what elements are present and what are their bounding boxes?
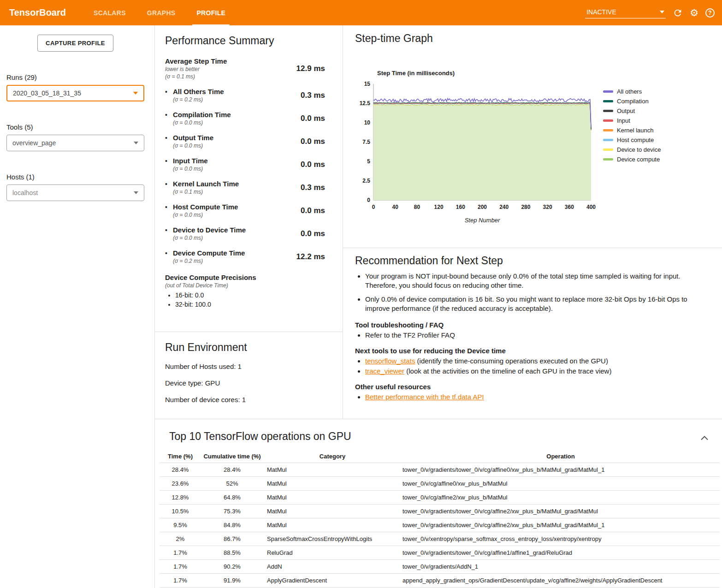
metric-sigma: (σ = 0.0 ms)	[173, 212, 238, 218]
tools-select-value: overview_page	[12, 139, 56, 147]
legend-item: Output	[603, 106, 661, 116]
perf-metric-row: Device to Device Time(σ = 0.0 ms)0.0 ms	[165, 226, 325, 241]
column-header: Time (%)	[160, 450, 201, 463]
legend-swatch	[603, 100, 613, 102]
svg-text:120: 120	[434, 204, 444, 210]
runs-label: Runs (29)	[6, 73, 144, 81]
metric-sigma: (σ = 0.0 ms)	[173, 143, 213, 149]
recommendation-item-text: Refer to the TF2 Profiler FAQ	[365, 331, 455, 339]
svg-text:400: 400	[586, 204, 596, 210]
perf-metric-row: Compilation Time(σ = 0.0 ms)0.0 ms	[165, 111, 325, 126]
text-link[interactable]: trace_viewer	[365, 367, 404, 375]
legend-label: All others	[617, 88, 642, 95]
perf-metric-left: Device Compute Time(σ = 0.2 ms)	[165, 249, 245, 264]
table-cell: 1.7%	[160, 560, 201, 574]
legend-swatch	[603, 90, 613, 93]
perf-metric-left: All Others Time(σ = 0.2 ms)	[165, 88, 224, 103]
tab-scalars[interactable]: SCALARS	[83, 0, 136, 25]
metric-sigma: (σ = 0.0 ms)	[173, 119, 231, 126]
table-cell: SparseSoftmaxCrossEntropyWithLogits	[263, 532, 402, 546]
table-cell: 84.8%	[201, 518, 263, 532]
metric-label: Device Compute Time	[173, 249, 245, 257]
perf-metric-text: All Others Time(σ = 0.2 ms)	[173, 88, 224, 103]
tools-select[interactable]: overview_page	[6, 135, 144, 151]
caret-down-icon	[134, 191, 138, 194]
svg-text:80: 80	[414, 204, 420, 210]
table-cell: ApplyGradientDescent	[263, 574, 402, 588]
recommendation-item-text: (look at the activities on the timeline …	[404, 367, 611, 375]
svg-text:2.5: 2.5	[362, 178, 370, 184]
table-cell: 9.5%	[160, 518, 201, 532]
table-cell: tower_0/v/gradients/AddN_1	[402, 560, 720, 574]
metric-value: 0.3 ms	[301, 91, 325, 100]
svg-text:7.5: 7.5	[362, 139, 370, 145]
performance-summary-title: Performance Summary	[165, 35, 325, 47]
page-body: CAPTURE PROFILE Runs (29) 2020_03_05_18_…	[0, 25, 722, 588]
app-title: TensorBoard	[0, 7, 83, 18]
precisions-subnote: (out of Total Device Time)	[165, 282, 325, 289]
bullet-icon	[165, 157, 173, 172]
step-time-graph-title: Step-time Graph	[355, 32, 715, 45]
status-dropdown[interactable]: INACTIVE	[585, 7, 666, 18]
table-cell: tower_0/v/cg/affine0/xw_plus_b/MatMul	[402, 477, 720, 491]
legend-swatch	[603, 158, 613, 160]
runs-select[interactable]: 2020_03_05_18_31_35	[6, 85, 144, 101]
top-ops-table: Time (%)Cumulative time (%)CategoryOpera…	[160, 450, 720, 588]
recommendation-bullet: Only 0.0% of device computation is 16 bi…	[365, 295, 708, 313]
perf-metric-row: All Others Time(σ = 0.2 ms)0.3 ms	[165, 88, 325, 103]
tab-graphs[interactable]: GRAPHS	[136, 0, 186, 25]
perf-metric-row: Kernel Launch Time(σ = 0.1 ms)0.3 ms	[165, 180, 325, 195]
svg-text:5: 5	[367, 158, 370, 165]
legend-swatch	[603, 119, 613, 122]
bullet-icon	[165, 249, 173, 264]
table-cell: AddN	[263, 560, 402, 574]
text-link[interactable]: Better performance with the tf.data API	[365, 393, 484, 401]
metric-value: 12.2 ms	[296, 252, 325, 261]
metric-value: 0.0 ms	[301, 229, 325, 238]
settings-gear-icon[interactable]: ⚙	[690, 8, 698, 18]
svg-text:240: 240	[499, 204, 509, 210]
table-cell: tower_0/v/cg/affine2/xw_plus_b/MatMul	[402, 491, 720, 505]
text-link[interactable]: tensorflow_stats	[365, 357, 415, 365]
table-cell: 90.2%	[201, 560, 263, 574]
perf-metric-left: Host Compute Time(σ = 0.0 ms)	[165, 203, 238, 218]
legend-label: Device compute	[617, 156, 660, 163]
top-ops-title: Top 10 TensorFlow operations on GPU	[169, 430, 711, 443]
recommendation-subheading: Next tools to use for reducing the Devic…	[355, 347, 708, 355]
help-icon[interactable]: ?	[705, 8, 715, 18]
summary-column: Performance Summary Average Step Time lo…	[155, 25, 343, 419]
metric-label: Average Step Time	[165, 57, 227, 65]
svg-text:320: 320	[543, 204, 552, 210]
table-row: 9.5%84.8%MatMultower_0/v/gradients/tower…	[160, 518, 720, 532]
metric-sigma: (σ = 0.1 ms)	[173, 189, 239, 195]
table-cell: MatMul	[263, 518, 402, 532]
collapse-chevron-up-icon[interactable]	[701, 434, 708, 442]
table-cell: 28.4%	[160, 463, 201, 477]
recommendation-bullet: Your program is NOT input-bound because …	[365, 272, 708, 290]
recommendation-item: Better performance with the tf.data API	[365, 393, 708, 401]
metric-value: 0.3 ms	[301, 183, 325, 192]
precision-item: 16-bit: 0.0	[175, 291, 325, 299]
main-content: Performance Summary Average Step Time lo…	[154, 25, 722, 588]
table-cell: 91.9%	[201, 574, 263, 588]
table-row: 10.5%75.3%MatMultower_0/v/gradients/towe…	[160, 505, 720, 518]
metric-value: 0.0 ms	[301, 206, 325, 215]
table-cell: 88.5%	[201, 546, 263, 560]
recommendation-subheading: Other useful resources	[355, 383, 708, 391]
svg-text:200: 200	[478, 204, 487, 210]
tab-profile[interactable]: PROFILE	[186, 0, 236, 25]
table-cell: tower_0/v/gradients/tower_0/v/cg/affine0…	[402, 463, 720, 477]
capture-profile-button[interactable]: CAPTURE PROFILE	[37, 35, 113, 52]
metric-value: 0.0 ms	[301, 137, 325, 146]
refresh-icon[interactable]	[673, 8, 683, 18]
device-compute-precisions: Device Compute Precisions (out of Total …	[165, 273, 325, 308]
hosts-select[interactable]: localhost	[6, 184, 144, 201]
caret-down-icon	[134, 142, 138, 144]
table-row: 28.4%28.4%MatMultower_0/v/gradients/towe…	[160, 463, 720, 477]
average-step-time: Average Step Time lower is better (σ = 0…	[165, 57, 325, 80]
legend-item: All others	[603, 87, 661, 96]
perf-metric-left: Kernel Launch Time(σ = 0.1 ms)	[165, 180, 239, 195]
perf-metric-text: Compilation Time(σ = 0.0 ms)	[173, 111, 231, 126]
metric-subnote: lower is better	[165, 66, 227, 72]
legend-swatch	[603, 129, 613, 131]
